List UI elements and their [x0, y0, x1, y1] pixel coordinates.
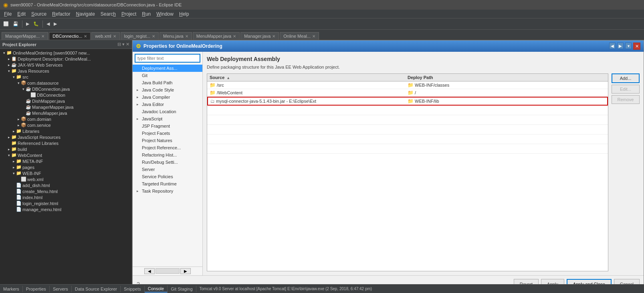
menu-run[interactable]: Run — [139, 10, 153, 18]
bottom-tab-gitstaging[interactable]: Git Staging — [168, 286, 196, 292]
dialog-menu-btn[interactable]: ▾ — [625, 43, 632, 49]
nav-item-javaeditor[interactable]: ▸ Java Editor — [133, 101, 202, 108]
nav-item-deployment[interactable]: Deployment Ass... — [133, 65, 202, 72]
tree-item-dbconnection[interactable]: ⬜ DBConnection — [0, 92, 132, 98]
nav-scrollbar[interactable] — [155, 268, 180, 274]
tree-item-webxml[interactable]: ⬜ web.xml — [0, 176, 132, 182]
nav-item-projectrefs[interactable]: Project Reference... — [133, 144, 202, 151]
nav-item-javascript[interactable]: ▸ JavaScript — [133, 115, 202, 122]
nav-item-refactoring[interactable]: Refactoring Hist... — [133, 151, 202, 159]
tab-dbconnection[interactable]: DBConnectio... ✕ — [49, 32, 91, 40]
tree-item-comservice[interactable]: ▸ 📦 com.service — [0, 122, 132, 128]
tab-menu-close[interactable]: ✕ — [185, 34, 188, 39]
tree-item-reflibs[interactable]: 📁 Referenced Libraries — [0, 140, 132, 146]
tree-item-menumapper[interactable]: ☕ MenuMapper.java — [0, 110, 132, 116]
menu-file[interactable]: File — [2, 10, 14, 18]
toolbar-save[interactable]: 💾 — [11, 20, 20, 27]
nav-item-javacodestyle[interactable]: ▸ Java Code Style — [133, 86, 202, 94]
nav-scroll-right[interactable]: ▶ — [180, 268, 191, 274]
tab-login[interactable]: login_regist... ✕ — [121, 32, 159, 40]
menu-source[interactable]: Source — [29, 10, 49, 18]
toolbar-new[interactable]: ⬜ — [2, 20, 10, 27]
remove-button[interactable]: Remove — [612, 95, 640, 104]
table-row-webcontent[interactable]: 📁 /WebContent 📁 / — [207, 89, 608, 97]
tree-item-root[interactable]: ▾ 📁 OnlineMealOrdering [swen90007 new... — [0, 50, 132, 56]
tree-item-jsresources[interactable]: ▸ 📁 JavaScript Resources — [0, 134, 132, 140]
dialog-back-btn[interactable]: ◀ — [609, 43, 616, 49]
bottom-tab-snippets[interactable]: Snippets — [121, 286, 145, 292]
nav-item-taskrepo[interactable]: ▸ Task Repository — [133, 187, 202, 195]
tree-item-jaxws[interactable]: ▸ ☕ JAX-WS Web Services — [0, 62, 132, 68]
tab-onlinemeal[interactable]: Online Meal... ✕ — [280, 32, 319, 40]
nav-item-javabuildpath[interactable]: Java Build Path — [133, 79, 202, 86]
table-row-mysql[interactable]: 🗂 mysql-connector-java-5.1.43-bin.jar - … — [207, 97, 608, 106]
tree-item-managemenu[interactable]: 📄 manage_menu.html — [0, 206, 132, 212]
tree-item-pages[interactable]: ▸ 📁 pages — [0, 164, 132, 170]
nav-item-git[interactable]: Git — [133, 72, 202, 79]
tab-webxml-close[interactable]: ✕ — [113, 34, 116, 39]
tree-item-webcontent[interactable]: ▾ 📁 WebContent — [0, 152, 132, 158]
bottom-tab-datasource[interactable]: Data Source Explorer — [72, 286, 121, 292]
tab-onlinemeal-close[interactable]: ✕ — [312, 34, 315, 39]
tab-webxml[interactable]: web.xml ✕ — [91, 32, 119, 40]
tree-item-comdatasource[interactable]: ▾ 📦 com.datasource — [0, 80, 132, 86]
add-button[interactable]: Add... — [612, 73, 640, 83]
tree-item-comdomian[interactable]: ▸ 📦 com.domian — [0, 116, 132, 122]
tree-item-descriptor[interactable]: ▸ 📋 Deployment Descriptor: OnlineMeal... — [0, 56, 132, 62]
panel-menu-icon[interactable]: ▾ — [122, 42, 125, 47]
nav-item-targetedruntime[interactable]: Targeted Runtime — [133, 180, 202, 187]
nav-item-servicepolicies[interactable]: Service Policies — [133, 173, 202, 180]
menu-navigate[interactable]: Navigate — [73, 10, 97, 18]
menu-edit[interactable]: Edit — [15, 10, 28, 18]
col-source-header[interactable]: Source ▲ — [210, 75, 408, 80]
tab-menumapper[interactable]: MenuMapper.java ✕ — [193, 32, 240, 40]
nav-item-server[interactable]: Server — [133, 166, 202, 173]
nav-item-projectnatures[interactable]: Project Natures — [133, 137, 202, 144]
nav-item-rundebug[interactable]: Run/Debug Setti... — [133, 159, 202, 166]
tree-item-webinf[interactable]: ▾ 📁 WEB-INF — [0, 170, 132, 176]
tab-menumapper-close[interactable]: ✕ — [233, 34, 236, 39]
tree-item-build[interactable]: ▸ 📁 build — [0, 146, 132, 152]
tree-item-javaresources[interactable]: ▾ 📁 Java Resources — [0, 68, 132, 74]
menu-project[interactable]: Project — [119, 10, 139, 18]
tab-managermapper-close[interactable]: ✕ — [41, 34, 44, 39]
tree-item-dbconnectionjava[interactable]: ▾ ☕ DBConnection.java — [0, 86, 132, 92]
tab-manager[interactable]: Manager.java ✕ — [240, 32, 279, 40]
tree-item-dishmapper[interactable]: ☕ DishMapper.java — [0, 98, 132, 104]
toolbar-forward[interactable]: ▶ — [52, 20, 59, 27]
tab-dbconnection-close[interactable]: ✕ — [84, 34, 87, 39]
tree-item-adddish[interactable]: 📄 add_dish.html — [0, 182, 132, 188]
tree-item-src[interactable]: ▾ 📁 src — [0, 74, 132, 80]
tree-item-index[interactable]: 📄 index.html — [0, 194, 132, 200]
menu-help[interactable]: Help — [177, 10, 192, 18]
tab-managermapper[interactable]: ManagerMappe... ✕ — [2, 32, 48, 40]
table-row-src[interactable]: 📁 /src 📁 WEB-INF/classes — [207, 81, 608, 89]
panel-close-icon[interactable]: ✕ — [126, 42, 129, 47]
toolbar-run[interactable]: ▶ — [24, 20, 31, 27]
dialog-forward-btn[interactable]: ▶ — [617, 43, 624, 49]
tab-manager-close[interactable]: ✕ — [272, 34, 275, 39]
bottom-tab-markers[interactable]: Markers — [0, 286, 23, 292]
col-deploy-header[interactable]: Deploy Path — [408, 75, 606, 80]
nav-item-jspfragment[interactable]: JSP Fragment — [133, 122, 202, 130]
bottom-tab-console[interactable]: Console — [145, 285, 168, 293]
filter-input[interactable] — [135, 54, 200, 62]
tree-item-managermapper[interactable]: ☕ ManagerMapper.java — [0, 104, 132, 110]
tab-login-close[interactable]: ✕ — [152, 34, 155, 39]
dialog-close-btn[interactable]: ✕ — [633, 43, 640, 50]
menu-refactor[interactable]: Refactor — [50, 10, 73, 18]
bottom-tab-servers[interactable]: Servers — [50, 286, 72, 292]
toolbar-debug[interactable]: 🐛 — [32, 20, 40, 27]
menu-window[interactable]: Window — [154, 10, 176, 18]
nav-item-javacompiler[interactable]: ▸ Java Compiler — [133, 94, 202, 101]
tree-item-loginreg[interactable]: 📄 login_register.html — [0, 200, 132, 206]
tree-item-metainf[interactable]: ▸ 📁 META-INF — [0, 158, 132, 164]
menu-search[interactable]: Search — [98, 10, 118, 18]
nav-item-projectfacets[interactable]: Project Facets — [133, 130, 202, 137]
tab-menu[interactable]: Menu.java ✕ — [159, 32, 192, 40]
collapse-icon[interactable]: ⊟ — [117, 42, 121, 47]
nav-scroll-left[interactable]: ◀ — [144, 268, 155, 274]
nav-item-javadoc[interactable]: Javadoc Location — [133, 108, 202, 115]
tree-item-libraries[interactable]: ▸ 📁 Libraries — [0, 128, 132, 134]
bottom-tab-properties[interactable]: Properties — [23, 286, 50, 292]
